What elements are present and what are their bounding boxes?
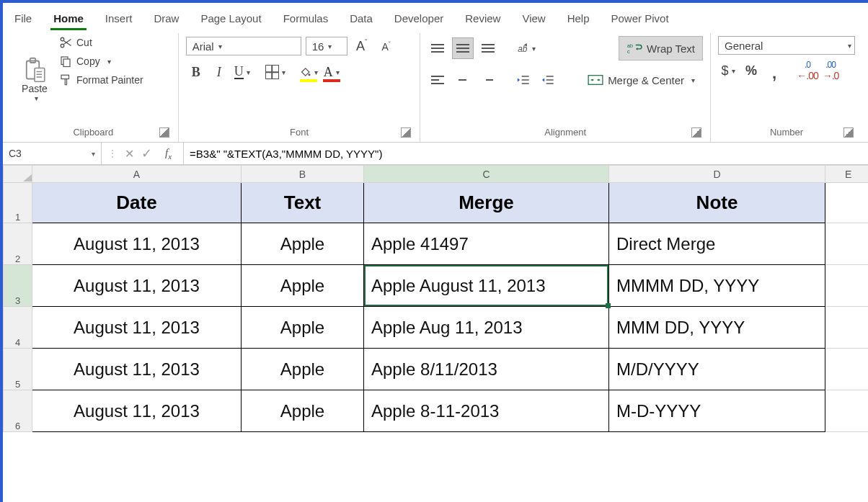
cancel-icon[interactable]: ✕	[125, 147, 134, 161]
align-middle-button[interactable]	[452, 37, 474, 59]
cell-D6[interactable]: M-D-YYYY	[609, 390, 825, 432]
tab-review[interactable]: Review	[462, 8, 503, 29]
col-header-A[interactable]: A	[32, 166, 242, 183]
align-center-button[interactable]	[452, 70, 472, 90]
cell-D2[interactable]: Direct Merge	[609, 223, 825, 265]
select-all-corner[interactable]	[4, 166, 32, 183]
tab-file[interactable]: File	[12, 8, 35, 29]
copy-button[interactable]: Copy ▾	[59, 55, 143, 68]
decrease-font-button[interactable]: Aˇ	[376, 36, 397, 56]
cut-button[interactable]: Cut	[59, 36, 143, 49]
font-size-combo[interactable]: 16 ▾	[306, 37, 347, 55]
cell-A5[interactable]: August 11, 2013	[32, 349, 242, 390]
cell-B1[interactable]: Text	[242, 183, 364, 223]
cell-E1[interactable]	[825, 183, 869, 223]
dialog-launcher-icon[interactable]	[691, 127, 701, 138]
chevron-down-icon: ▾	[314, 68, 318, 76]
col-header-B[interactable]: B	[242, 166, 364, 183]
row-header-3[interactable]: 3	[4, 265, 32, 307]
borders-button[interactable]: ▾	[265, 62, 285, 82]
currency-button[interactable]: $▾	[718, 60, 738, 81]
align-right-button[interactable]	[477, 70, 497, 90]
tab-insert[interactable]: Insert	[102, 8, 136, 29]
dialog-launcher-icon[interactable]	[843, 127, 854, 138]
paint-bucket-icon	[298, 66, 311, 79]
cell-E6[interactable]	[825, 390, 869, 432]
worksheet-grid[interactable]: A B C D E 1 Date Text Merge Note 2 Augus…	[3, 165, 868, 502]
cell-A4[interactable]: August 11, 2013	[32, 307, 242, 349]
cell-C4[interactable]: Apple Aug 11, 2013	[364, 307, 609, 349]
cell-E5[interactable]	[825, 349, 869, 390]
cell-B4[interactable]: Apple	[242, 307, 364, 349]
tab-page-layout[interactable]: Page Layout	[198, 8, 264, 29]
increase-decimal-button[interactable]: .0←.00	[797, 60, 818, 81]
percent-button[interactable]: %	[741, 60, 761, 81]
row-header-1[interactable]: 1	[4, 183, 32, 223]
wrap-text-button[interactable]: abc Wrap Text	[619, 36, 703, 60]
cell-B6[interactable]: Apple	[242, 390, 364, 432]
font-name-combo[interactable]: Arial ▾	[186, 37, 301, 55]
formula-input[interactable]	[184, 143, 868, 164]
row-header-5[interactable]: 5	[4, 349, 32, 390]
orientation-icon: ab	[515, 41, 529, 55]
cell-E4[interactable]	[825, 307, 869, 349]
col-header-D[interactable]: D	[609, 166, 825, 183]
cell-E2[interactable]	[825, 223, 869, 265]
cell-A6[interactable]: August 11, 2013	[32, 390, 242, 432]
orientation-button[interactable]: ab ▾	[515, 38, 536, 58]
enter-icon[interactable]: ✓	[141, 145, 152, 161]
format-painter-button[interactable]: Format Painter	[59, 73, 143, 86]
cell-C3[interactable]: Apple August 11, 2013	[364, 265, 609, 307]
cell-B5[interactable]: Apple	[242, 349, 364, 390]
align-bottom-button[interactable]	[478, 38, 498, 58]
paste-button[interactable]: Paste ▾	[16, 36, 53, 102]
bold-button[interactable]: B	[186, 62, 206, 82]
tab-formulas[interactable]: Formulas	[280, 8, 332, 29]
decrease-decimal-button[interactable]: .00→.0	[820, 60, 841, 81]
cell-C1[interactable]: Merge	[364, 183, 609, 223]
tab-data[interactable]: Data	[347, 8, 376, 29]
row-header-6[interactable]: 6	[4, 390, 32, 432]
row-header-2[interactable]: 2	[4, 223, 32, 265]
cell-D3[interactable]: MMMM DD, YYYY	[609, 265, 825, 307]
merge-center-button[interactable]: Merge & Center ▾	[580, 68, 703, 92]
tab-power-pivot[interactable]: Power Pivot	[608, 8, 672, 29]
number-format-combo[interactable]: General ▾	[718, 36, 855, 55]
cell-D5[interactable]: M/D/YYYY	[609, 349, 825, 390]
fx-handle-icon[interactable]: ⋮	[107, 148, 118, 159]
font-color-button[interactable]: A ▾	[322, 62, 342, 82]
cell-D4[interactable]: MMM DD, YYYY	[609, 307, 825, 349]
tab-developer[interactable]: Developer	[391, 8, 446, 29]
align-left-button[interactable]	[428, 70, 448, 90]
cell-C6[interactable]: Apple 8-11-2013	[364, 390, 609, 432]
col-header-E[interactable]: E	[825, 166, 869, 183]
cell-A1[interactable]: Date	[32, 183, 242, 223]
tab-draw[interactable]: Draw	[151, 8, 182, 29]
align-top-button[interactable]	[428, 38, 448, 58]
fill-color-button[interactable]: ▾	[298, 62, 319, 82]
tab-home[interactable]: Home	[50, 8, 87, 29]
cell-D1[interactable]: Note	[609, 183, 825, 223]
underline-button[interactable]: U▾	[232, 62, 252, 82]
col-header-C[interactable]: C	[364, 166, 609, 183]
dialog-launcher-icon[interactable]	[401, 127, 411, 138]
cell-B2[interactable]: Apple	[242, 223, 364, 265]
row-header-4[interactable]: 4	[4, 307, 32, 349]
dialog-launcher-icon[interactable]	[159, 127, 169, 138]
cell-E3[interactable]	[825, 265, 869, 307]
comma-button[interactable]: ,	[764, 60, 784, 81]
cell-A2[interactable]: August 11, 2013	[32, 223, 242, 265]
tab-help[interactable]: Help	[564, 8, 593, 29]
increase-indent-button[interactable]	[539, 70, 559, 90]
name-box[interactable]: C3 ▾	[3, 143, 102, 164]
cell-B3[interactable]: Apple	[242, 265, 364, 307]
italic-button[interactable]: I	[209, 62, 229, 82]
cell-A3[interactable]: August 11, 2013	[32, 265, 242, 307]
tab-view[interactable]: View	[519, 8, 548, 29]
fx-icon[interactable]: fx	[165, 147, 172, 161]
cell-C2[interactable]: Apple 41497	[364, 223, 609, 265]
cell-C5[interactable]: Apple 8/11/2013	[364, 349, 609, 390]
increase-font-button[interactable]: Aˆ	[352, 36, 372, 56]
format-painter-label: Format Painter	[76, 74, 143, 86]
decrease-indent-button[interactable]	[514, 70, 534, 90]
